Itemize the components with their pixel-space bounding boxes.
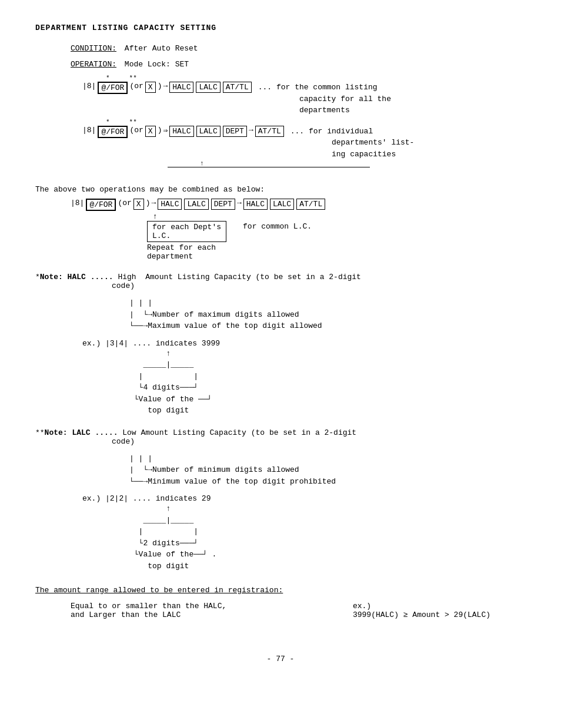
condition-section: CONDITION: After Auto Reset <box>71 44 526 53</box>
note-lalc-stars: ** <box>35 428 45 437</box>
d2-paren: ) <box>158 126 162 135</box>
example2: ex.) |2|2| .... indicates 29 ↑ _____|___… <box>82 494 526 572</box>
operation-label: OPERATION: <box>71 60 116 69</box>
diagram2-row: |8| @/FOR (or X ) ⇒ HALC LALC DEPT → AT/… <box>82 126 526 160</box>
c-paren: ) <box>146 199 151 207</box>
d1-desc: ... for the common listing capacity for … <box>258 82 391 116</box>
operation-section: OPERATION: Mode Lock: SET <box>71 60 526 69</box>
c-label1-box: for each Dept'sL.C. <box>147 221 226 242</box>
stars1: * ** <box>106 75 526 82</box>
c-arrow2: → <box>237 199 242 207</box>
stars2: * ** <box>106 119 526 126</box>
d1-or: (or <box>129 82 143 90</box>
range-section: The amount range allowed to be entered i… <box>35 586 526 619</box>
c-dept: DEPT <box>211 199 235 210</box>
d2-dept: DEPT <box>223 126 247 137</box>
note-halc-star: * <box>35 273 40 281</box>
note-lalc: **Note: LALC ..... Low Amount Listing Ca… <box>35 428 526 446</box>
d1-paren: ) <box>158 82 162 90</box>
condition-text: After Auto Reset <box>125 44 198 53</box>
note-lalc-label: Note: LALC ..... <box>45 428 118 437</box>
d2-arrow: ⇒ <box>163 126 168 135</box>
note-lalc-text: Low Amount Listing Capacity (to be set i… <box>122 428 356 437</box>
c-for-box: @/FOR <box>86 199 116 211</box>
c-halc2: HALC <box>243 199 268 210</box>
c-arrow1: → <box>151 199 156 207</box>
d1-x-box: X <box>145 82 156 93</box>
combined-intro: The above two operations may be combined… <box>35 185 526 194</box>
combined-bracket-area: ↑ for each Dept'sL.C. for common L.C. Re… <box>147 212 316 261</box>
combined-diagram: |8| @/FOR (or X ) → HALC LALC DEPT → HAL… <box>71 199 526 261</box>
range-content: Equal to or smaller than the HALC, and L… <box>71 602 526 619</box>
c-num: |8| <box>71 199 84 207</box>
c-attl: AT/TL <box>296 199 325 210</box>
diagram1-row: |8| @/FOR (or X ) → HALC LALC AT/TL ... … <box>82 82 526 116</box>
combined-row: |8| @/FOR (or X ) → HALC LALC DEPT → HAL… <box>71 199 526 211</box>
tree1-pre: | | | | └→Number of maximum digits allow… <box>129 297 526 332</box>
tree2-pre: | | | | └→Number of minimum digits allow… <box>129 453 526 488</box>
c-lalc2: LALC <box>270 199 294 210</box>
range-left: Equal to or smaller than the HALC, and L… <box>71 602 226 619</box>
note-halc-label: Note: HALC ..... <box>40 273 113 281</box>
operation-text: Mode Lock: SET <box>125 60 189 69</box>
d1-arrow: → <box>163 82 168 90</box>
note-halc-code: code) <box>112 281 135 290</box>
ex2-row: ex.) |2|2| .... indicates 29 <box>82 494 526 503</box>
tree2: | | | | └→Number of minimum digits allow… <box>129 453 526 488</box>
ex2-pre: ↑ _____|_____ | | └2 digits───┘ └Value o… <box>129 503 526 572</box>
tree1: | | | | └→Number of maximum digits allow… <box>129 297 526 332</box>
d1-halc: HALC <box>169 82 193 93</box>
d2-x-box: X <box>145 126 156 137</box>
d2-bracket <box>168 167 370 176</box>
page-title: DEPARTMENT LISTING CAPACITY SETTING <box>35 24 526 32</box>
c-label2: for common L.C. <box>238 221 316 242</box>
range-ex: ex.) <box>353 602 490 610</box>
note-halc: *Note: HALC ..... High Amount Listing Ca… <box>35 273 526 290</box>
d2-arrow-up: ↑ <box>200 160 526 167</box>
d2-arrow2: → <box>249 126 253 135</box>
c-label1: for each Dept'sL.C. <box>152 223 221 240</box>
c-x-box: X <box>133 199 144 210</box>
page-number: - 77 - <box>35 655 526 663</box>
condition-label: CONDITION: <box>71 44 116 53</box>
diagram2: * ** |8| @/FOR (or X ) ⇒ HALC LALC DEPT … <box>82 119 526 176</box>
d2-halc: HALC <box>169 126 193 137</box>
c-label-row: for each Dept'sL.C. for common L.C. <box>147 221 316 242</box>
d2-attl: AT/TL <box>255 126 284 137</box>
d2-for-box: @/FOR <box>98 126 128 138</box>
c-lalc1: LALC <box>184 199 208 210</box>
example1: ex.) |3|4| .... indicates 3999 ↑ _____|_… <box>82 339 526 417</box>
d2-lalc: LALC <box>196 126 221 137</box>
range-text1: Equal to or smaller than the HALC, <box>71 602 226 610</box>
ex1-row: ex.) |3|4| .... indicates 3999 <box>82 339 526 348</box>
diagram1: * ** |8| @/FOR (or X ) → HALC LALC AT/TL… <box>82 75 526 116</box>
d2-desc: ... for individual departments' list- in… <box>290 126 415 160</box>
c-halc1: HALC <box>158 199 182 210</box>
c-repeat: Repeat for eachdepartment <box>147 243 316 261</box>
d2-or: (or <box>129 126 143 135</box>
page-content: DEPARTMENT LISTING CAPACITY SETTING COND… <box>35 24 526 663</box>
ex2-diagram: ↑ _____|_____ | | └2 digits───┘ └Value o… <box>129 503 526 572</box>
combined-labels: ↑ for each Dept'sL.C. for common L.C. Re… <box>147 212 526 261</box>
range-text2: and Larger than the LALC <box>71 610 226 619</box>
range-right: ex.) 3999(HALC) ≥ Amount > 29(LALC) <box>353 602 490 619</box>
d2-num: |8| <box>82 126 96 135</box>
ex1-diagram: ↑ _____|_____ | | └4 digits───┘ └Value o… <box>129 348 526 417</box>
ex1-pre: ↑ _____|_____ | | └4 digits───┘ └Value o… <box>129 348 526 417</box>
note-lalc-code: code) <box>112 437 135 446</box>
note-halc-text: High Amount Listing Capacity (to be set … <box>118 273 360 281</box>
c-arrow-up: ↑ <box>153 212 316 221</box>
d1-lalc: LALC <box>196 82 220 93</box>
c-or: (or <box>118 199 131 207</box>
d1-for-box: @/FOR <box>98 82 128 94</box>
d1-attl: AT/TL <box>223 82 252 93</box>
range-title: The amount range allowed to be entered i… <box>35 586 526 595</box>
range-formula: 3999(HALC) ≥ Amount > 29(LALC) <box>353 610 490 619</box>
d1-num: |8| <box>82 82 96 90</box>
